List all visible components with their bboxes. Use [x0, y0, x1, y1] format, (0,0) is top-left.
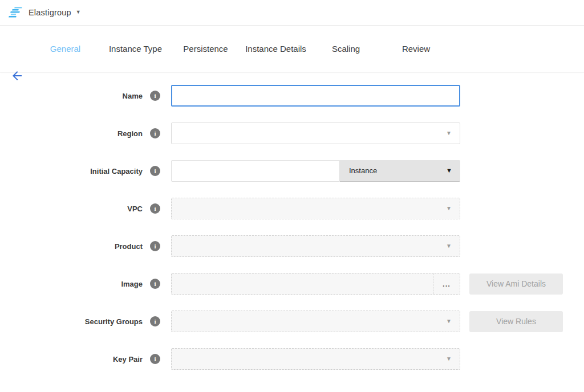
view-ami-details-button[interactable]: View Ami Details [469, 273, 563, 295]
name-label: Name [0, 92, 143, 100]
name-info-icon[interactable]: i [150, 91, 160, 101]
app-name[interactable]: Elastigroup [29, 8, 71, 17]
product-label: Product [0, 242, 143, 251]
view-rules-button[interactable]: View Rules [469, 311, 563, 332]
key-pair-caret-icon: ▼ [446, 356, 452, 362]
form-row-product: Product i ▼ [0, 235, 584, 257]
region-select[interactable]: ▼ [171, 122, 460, 144]
form-row-vpc: VPC i ▼ [0, 198, 584, 219]
tab-review[interactable]: Review [381, 44, 451, 54]
vpc-select: ▼ [171, 198, 460, 219]
product-info-icon[interactable]: i [150, 241, 160, 251]
form-row-region: Region i ▼ [0, 122, 584, 144]
initial-capacity-label: Initial Capacity [0, 167, 143, 175]
product-select: ▼ [171, 235, 460, 257]
region-info-icon[interactable]: i [150, 128, 160, 138]
general-settings-form: Name i Region i ▼ Initial Capacity i Ins… [0, 72, 584, 370]
image-picker: ... [171, 273, 460, 295]
product-caret-icon: ▼ [446, 243, 452, 249]
capacity-unit-caret-icon: ▼ [446, 168, 452, 174]
elastigroup-logo [8, 6, 23, 19]
image-info-icon[interactable]: i [150, 279, 160, 289]
tab-persistence[interactable]: Persistence [171, 44, 241, 54]
form-row-name: Name i [0, 85, 584, 107]
initial-capacity-info-icon[interactable]: i [150, 166, 160, 176]
security-groups-select: ▼ [171, 311, 460, 332]
vpc-label: VPC [0, 205, 143, 213]
key-pair-select: ▼ [171, 348, 460, 370]
region-label: Region [0, 129, 143, 138]
capacity-unit-select[interactable]: Instance ▼ [340, 160, 460, 182]
tab-general[interactable]: General [30, 44, 100, 54]
region-caret-icon: ▼ [446, 130, 452, 136]
initial-capacity-input[interactable] [171, 160, 340, 182]
security-groups-caret-icon: ▼ [446, 318, 452, 324]
tab-instance-type[interactable]: Instance Type [100, 44, 171, 54]
vpc-info-icon[interactable]: i [150, 203, 160, 214]
tab-scaling[interactable]: Scaling [311, 44, 381, 54]
form-row-security-groups: Security Groups i ▼ View Rules [0, 311, 584, 332]
capacity-unit-value: Instance [349, 166, 377, 175]
app-bar: Elastigroup ▼ [0, 0, 584, 26]
back-arrow-icon[interactable] [10, 69, 24, 83]
image-label: Image [0, 280, 143, 288]
key-pair-label: Key Pair [0, 355, 143, 364]
vpc-caret-icon: ▼ [446, 206, 452, 211]
form-row-key-pair: Key Pair i ▼ [0, 348, 584, 370]
app-menu-caret-icon[interactable]: ▼ [76, 9, 81, 15]
image-browse-button[interactable]: ... [433, 273, 460, 294]
security-groups-info-icon[interactable]: i [150, 316, 160, 326]
name-input[interactable] [171, 85, 460, 107]
form-row-initial-capacity: Initial Capacity i Instance ▼ [0, 160, 584, 182]
image-picker-value [172, 273, 433, 294]
form-row-image: Image i ... View Ami Details [0, 273, 584, 295]
tab-instance-details[interactable]: Instance Details [241, 44, 311, 54]
key-pair-info-icon[interactable]: i [150, 354, 160, 364]
wizard-tab-bar: General Instance Type Persistence Instan… [0, 26, 584, 72]
wizard-tabs: General Instance Type Persistence Instan… [30, 44, 451, 54]
security-groups-label: Security Groups [0, 317, 143, 326]
